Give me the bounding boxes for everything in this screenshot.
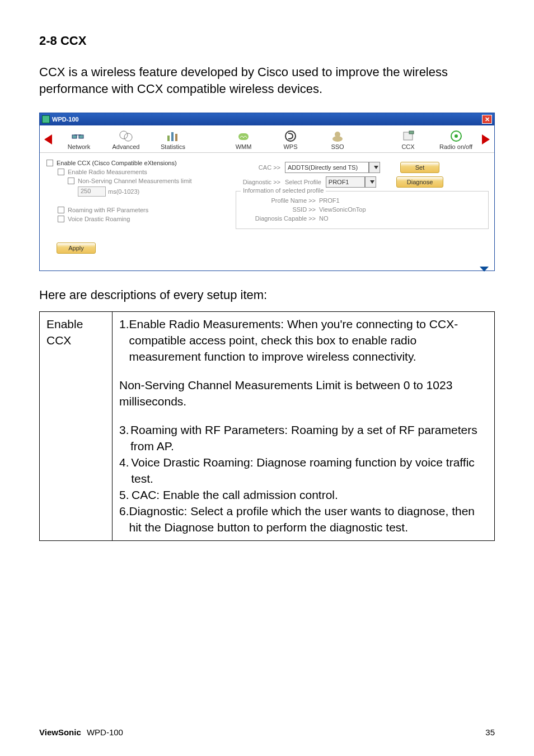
list-num: 5.: [119, 487, 132, 503]
roaming-rf-label: Roaming with RF Parameters: [68, 207, 148, 213]
intro-text: CCX is a wireless feature developed by C…: [39, 64, 495, 97]
footer-brand: ViewSonic: [39, 727, 81, 737]
nav-advanced[interactable]: Advanced: [110, 129, 142, 150]
diagnostic-label: Diagnostic >>: [236, 179, 280, 185]
list-text: Voice Drastic Roaming: Diagnose roaming …: [131, 455, 488, 487]
footer-model: WPD-100: [87, 727, 123, 737]
nav-radio[interactable]: Radio on/off: [439, 129, 472, 150]
ccx-icon: [400, 129, 416, 143]
enable-radio-label: Enable Radio Measurements: [68, 169, 147, 175]
sso-icon: [330, 129, 345, 143]
para-text: Non-Serving Channel Measurements Limit i…: [119, 377, 488, 410]
cac-label: CAC >>: [236, 164, 280, 171]
nav-label: SSO: [331, 143, 344, 150]
svg-rect-1: [79, 135, 83, 138]
svg-point-11: [335, 132, 340, 137]
app-window: WPD-100 ✕ Network Advanced S: [39, 113, 495, 271]
list-num: 6.: [119, 503, 129, 536]
titlebar: WPD-100 ✕: [40, 113, 494, 125]
roaming-rf-row[interactable]: Roaming with RF Parameters: [58, 207, 213, 213]
nav-label: Network: [68, 143, 90, 150]
svg-point-3: [120, 131, 128, 139]
voice-drastic-row[interactable]: Voice Drastic Roaming: [58, 216, 213, 222]
nav-label: Statistics: [161, 143, 185, 150]
profile-info-fieldset: Information of selected profile Profile …: [236, 191, 489, 229]
list-text: Enable Radio Measurements: When you're c…: [129, 316, 488, 365]
nav-wps[interactable]: WPS: [275, 129, 306, 150]
list-text: Diagnostic: Select a profile which the u…: [129, 503, 488, 536]
ms-range-label: ms(0-1023): [108, 188, 139, 195]
nav-label: WMM: [236, 143, 252, 150]
list-num: 4.: [119, 455, 131, 487]
nav-ccx[interactable]: CCX: [392, 129, 424, 150]
svg-point-4: [124, 133, 132, 141]
nav-next-icon[interactable]: [482, 134, 490, 144]
list-text: CAC: Enable the call admission control.: [132, 487, 338, 503]
nav-row: Network Advanced Statistics WMM: [40, 125, 494, 153]
svg-rect-7: [175, 134, 177, 141]
voice-drastic-label: Voice Drastic Roaming: [68, 216, 130, 222]
svg-rect-6: [171, 132, 174, 141]
ms-input[interactable]: 250: [78, 186, 106, 197]
checkbox-icon[interactable]: [58, 169, 64, 175]
select-profile-label: Select Profile: [285, 179, 321, 185]
window-title: WPD-100: [52, 116, 79, 123]
page-footer: ViewSonic WPD-100 35: [39, 727, 495, 737]
ssid-value: ViewSonicOnTop: [319, 206, 366, 213]
profile-name-label: Profile Name >>: [243, 197, 316, 204]
nav-wmm[interactable]: WMM: [228, 129, 259, 150]
wps-icon: [283, 129, 298, 143]
checkbox-icon[interactable]: [58, 216, 64, 222]
set-button[interactable]: Set: [400, 162, 439, 173]
nav-network[interactable]: Network: [63, 129, 95, 150]
svg-point-9: [285, 131, 296, 141]
enable-radio-row[interactable]: Enable Radio Measurements: [58, 169, 213, 175]
description-table: Enable CCX 1. Enable Radio Measurements:…: [39, 311, 495, 541]
non-serving-row[interactable]: Non-Serving Channel Measurements limit: [68, 178, 213, 184]
svg-rect-13: [409, 131, 414, 134]
list-text: Roaming with RF Parameters: Roaming by a…: [130, 422, 488, 455]
checkbox-icon[interactable]: [58, 207, 64, 213]
svg-rect-5: [167, 136, 170, 141]
ssid-label: SSID >>: [243, 206, 316, 213]
apply-button[interactable]: Apply: [57, 242, 96, 254]
svg-rect-0: [72, 135, 77, 138]
chevron-down-icon: [374, 166, 378, 169]
non-serving-label: Non-Serving Channel Measurements limit: [78, 178, 192, 184]
close-icon[interactable]: ✕: [482, 115, 492, 124]
diag-capable-value: NO: [319, 215, 329, 222]
profile-select[interactable]: PROF1: [326, 176, 365, 188]
footer-page: 35: [485, 727, 495, 737]
enable-ccx-row[interactable]: Enable CCX (Cisco Compatible eXtensions): [46, 160, 213, 166]
nav-label: Advanced: [113, 143, 140, 150]
cac-dropdown[interactable]: [369, 162, 380, 173]
nav-sso[interactable]: SSO: [322, 129, 353, 150]
app-icon: [42, 115, 50, 123]
list-num: 3.: [119, 422, 130, 455]
nav-statistics[interactable]: Statistics: [157, 129, 189, 150]
checkbox-icon[interactable]: [46, 160, 53, 166]
nav-label: Radio on/off: [439, 143, 472, 150]
desc-intro: Here are descriptions of every setup ite…: [39, 288, 495, 302]
network-icon: [71, 129, 87, 143]
wmm-icon: [236, 129, 251, 143]
radio-icon: [448, 129, 464, 143]
fieldset-legend: Information of selected profile: [241, 187, 326, 194]
table-cell-label: Enable CCX: [40, 312, 113, 541]
checkbox-icon[interactable]: [68, 178, 74, 184]
enable-ccx-label: Enable CCX (Cisco Compatible eXtensions): [57, 160, 177, 166]
profile-name-value: PROF1: [319, 197, 340, 204]
profile-dropdown[interactable]: [365, 176, 376, 188]
nav-label: WPS: [283, 143, 297, 150]
section-heading: 2-8 CCX: [39, 34, 495, 48]
svg-rect-8: [238, 133, 249, 140]
advanced-icon: [118, 129, 134, 143]
expand-down-icon[interactable]: [480, 267, 489, 272]
table-cell-content: 1. Enable Radio Measurements: When you'r…: [113, 312, 495, 541]
diag-capable-label: Diagnosis Capable >>: [243, 215, 316, 222]
cac-value[interactable]: ADDTS(Directly send TS): [285, 162, 369, 173]
nav-prev-icon[interactable]: [44, 134, 52, 144]
nav-label: CCX: [401, 143, 414, 150]
diagnose-button[interactable]: Diagnose: [396, 176, 443, 188]
ccx-panel: Enable CCX (Cisco Compatible eXtensions)…: [40, 153, 494, 270]
